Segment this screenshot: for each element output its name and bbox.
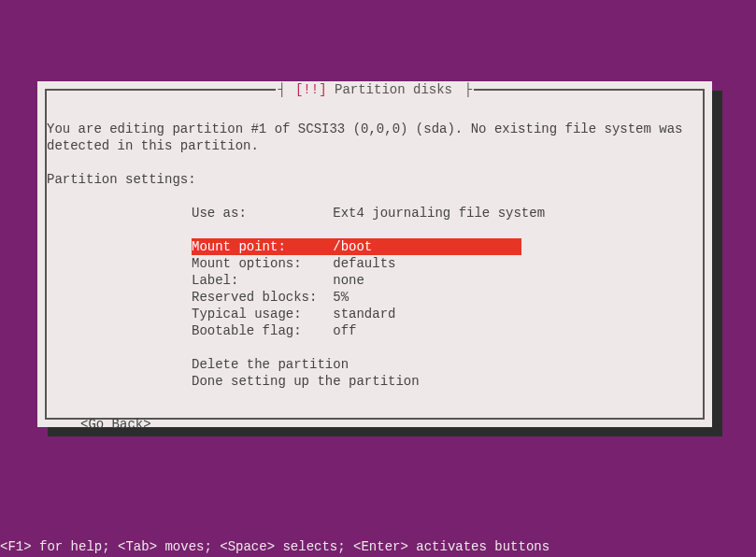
intro-line-1: You are editing partition #1 of SCSI33 (… <box>47 121 703 137</box>
title-text: Partition disks <box>327 82 463 97</box>
partition-dialog: ┤ [!!] Partition disks ├ You are editing… <box>37 81 712 427</box>
setting-typical-usage[interactable]: Typical usage: standard <box>192 306 703 322</box>
action-done-setting-up[interactable]: Done setting up the partition <box>192 373 703 390</box>
setting-label[interactable]: Label: none <box>192 272 703 289</box>
help-bar: <F1> for help; <Tab> moves; <Space> sele… <box>0 538 549 555</box>
intro-line-2: detected in this partition. <box>47 137 703 154</box>
go-back-button[interactable]: <Go Back> <box>80 416 703 433</box>
actions-block: Delete the partition Done setting up the… <box>192 356 703 390</box>
setting-use-as[interactable]: Use as: Ext4 journaling file system <box>192 205 703 221</box>
settings-list: Use as: Ext4 journaling file system Moun… <box>192 205 703 390</box>
setting-reserved-blocks[interactable]: Reserved blocks: 5% <box>192 289 703 306</box>
setting-mount-options[interactable]: Mount options: defaults <box>192 255 703 272</box>
settings-heading: Partition settings: <box>47 171 703 188</box>
dialog-title: ┤ [!!] Partition disks ├ <box>47 81 703 98</box>
action-delete-partition[interactable]: Delete the partition <box>192 356 703 373</box>
dialog-content: You are editing partition #1 of SCSI33 (… <box>47 121 703 433</box>
setting-mount-point[interactable]: Mount point: /boot <box>192 238 703 255</box>
title-warning: [!!] <box>295 82 327 97</box>
setting-bootable-flag[interactable]: Bootable flag: off <box>192 322 703 339</box>
